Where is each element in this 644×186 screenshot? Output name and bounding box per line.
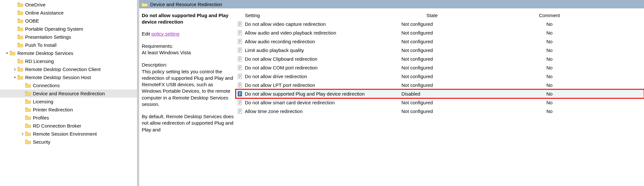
tree-item-label: Security — [33, 139, 50, 145]
tree-item[interactable]: Security — [0, 138, 137, 146]
policy-comment: No — [463, 82, 644, 88]
policy-comment: No — [463, 30, 644, 36]
list-header[interactable]: Setting State Comment — [236, 11, 644, 20]
tree-item-label: Device and Resource Redirection — [33, 91, 105, 96]
tree-item[interactable]: Portable Operating System — [0, 25, 137, 33]
policy-state: Not configured — [401, 82, 463, 88]
policy-setting: Allow audio and video playback redirecti… — [244, 30, 401, 36]
policy-list-pane: Setting State Comment Do not allow video… — [236, 8, 644, 186]
tree-item[interactable]: RD Licensing — [0, 57, 137, 65]
policy-icon — [237, 74, 243, 79]
folder-icon — [17, 75, 23, 80]
policy-row[interactable]: Do not allow COM port redirectionNot con… — [236, 63, 644, 72]
policy-state: Not configured — [401, 100, 463, 105]
policy-icon — [237, 47, 243, 53]
requirements-text: At least Windows Vista — [142, 49, 234, 56]
policy-setting: Do not allow Clipboard redirection — [244, 56, 401, 62]
right-pane: Device and Resource Redirection Do not a… — [137, 0, 644, 186]
tree-item[interactable]: Printer Redirection — [0, 106, 137, 114]
folder-icon — [25, 107, 31, 112]
policy-state: Not configured — [401, 65, 463, 70]
tree-item[interactable]: Remote Desktop Services — [0, 49, 137, 57]
policy-state: Not configured — [401, 21, 463, 27]
tree-item[interactable]: Push To Install — [0, 41, 137, 49]
tree-item[interactable]: Remote Session Environment — [0, 130, 137, 138]
chevron-right-icon[interactable] — [20, 131, 25, 137]
tree-item-label: RD Connection Broker — [33, 123, 81, 129]
policy-comment: No — [463, 91, 644, 97]
requirements-label: Requirements: — [142, 43, 234, 49]
tree-item-label: Presentation Settings — [25, 34, 71, 40]
folder-open-icon — [141, 2, 148, 7]
folder-icon — [17, 10, 23, 15]
policy-state: Not configured — [401, 56, 463, 62]
tree-item[interactable]: Device and Resource Redirection — [0, 89, 137, 98]
description-label: Description: — [142, 62, 234, 68]
col-state-header[interactable]: State — [401, 13, 463, 18]
policy-setting: Do not allow smart card device redirecti… — [244, 100, 401, 105]
folder-icon — [25, 131, 31, 136]
policy-row[interactable]: Do not allow LPT port redirectionNot con… — [236, 81, 644, 89]
policy-comment: No — [463, 108, 644, 114]
policy-row[interactable]: Do not allow drive redirectionNot config… — [236, 72, 644, 81]
tree-item-label: Connections — [33, 83, 60, 88]
policy-icon — [237, 56, 243, 62]
chevron-down-icon[interactable] — [5, 51, 10, 56]
policy-row[interactable]: Allow time zone redirectionNot configure… — [236, 107, 644, 116]
policy-comment: No — [463, 56, 644, 62]
folder-icon — [17, 67, 23, 72]
folder-icon — [25, 140, 31, 144]
tree-item[interactable]: Profiles — [0, 114, 137, 122]
policy-setting: Do not allow supported Plug and Play dev… — [244, 91, 401, 97]
policy-icon — [237, 108, 243, 114]
policy-row[interactable]: Allow audio recording redirectionNot con… — [236, 37, 644, 46]
chevron-right-icon[interactable] — [12, 67, 17, 72]
right-header: Device and Resource Redirection — [139, 0, 644, 8]
tree-item[interactable]: OOBE — [0, 17, 137, 25]
policy-comment: No — [463, 100, 644, 105]
tree-item[interactable]: Online Assistance — [0, 9, 137, 17]
tree-item-label: Remote Session Environment — [33, 131, 97, 137]
policy-setting: Do not allow COM port redirection — [244, 65, 401, 70]
tree-item-label: Online Assistance — [25, 10, 63, 16]
tree-item[interactable]: OneDrive — [0, 1, 137, 9]
policy-comment: No — [463, 21, 644, 27]
tree-item[interactable]: Remote Desktop Session Host — [0, 73, 137, 81]
description-text-2: By default, Remote Desktop Services does… — [142, 113, 234, 133]
policy-row[interactable]: Do not allow smart card device redirecti… — [236, 98, 644, 107]
policy-state: Disabled — [401, 91, 463, 97]
tree-item-label: OOBE — [25, 18, 39, 24]
tree-item[interactable]: RD Connection Broker — [0, 122, 137, 130]
policy-icon — [237, 100, 243, 105]
policy-row[interactable]: Do not allow supported Plug and Play dev… — [236, 89, 644, 98]
folder-icon — [17, 26, 23, 31]
edit-line: Edit policy setting — [142, 31, 234, 37]
tree-item-label: RD Licensing — [25, 58, 54, 64]
chevron-down-icon[interactable] — [12, 75, 17, 80]
tree-item[interactable]: Connections — [0, 81, 137, 89]
col-comment-header[interactable]: Comment — [463, 13, 644, 18]
tree-item-label: Push To Install — [25, 42, 56, 48]
policy-state: Not configured — [401, 74, 463, 79]
folder-icon — [25, 91, 31, 96]
tree-item[interactable]: Presentation Settings — [0, 33, 137, 41]
policy-state: Not configured — [401, 39, 463, 44]
policy-row[interactable]: Do not allow Clipboard redirectionNot co… — [236, 55, 644, 63]
header-title: Device and Resource Redirection — [150, 2, 222, 7]
folder-icon — [25, 83, 31, 88]
policy-setting: Allow audio recording redirection — [244, 39, 401, 44]
folder-icon — [17, 59, 23, 64]
policy-icon — [237, 82, 243, 88]
edit-policy-link[interactable]: policy setting — [151, 31, 179, 36]
policy-row[interactable]: Do not allow video capture redirectionNo… — [236, 20, 644, 28]
description-pane: Do not allow supported Plug and Play dev… — [139, 8, 236, 186]
policy-row[interactable]: Allow audio and video playback redirecti… — [236, 28, 644, 37]
policy-icon — [237, 30, 243, 36]
folder-icon — [25, 123, 31, 128]
tree-item[interactable]: Remote Desktop Connection Client — [0, 65, 137, 73]
col-setting-header[interactable]: Setting — [244, 13, 401, 18]
policy-row[interactable]: Limit audio playback qualityNot configur… — [236, 46, 644, 55]
tree-item[interactable]: Licensing — [0, 98, 137, 106]
policy-icon — [237, 65, 243, 70]
tree-pane[interactable]: OneDriveOnline AssistanceOOBEPortable Op… — [0, 0, 137, 186]
